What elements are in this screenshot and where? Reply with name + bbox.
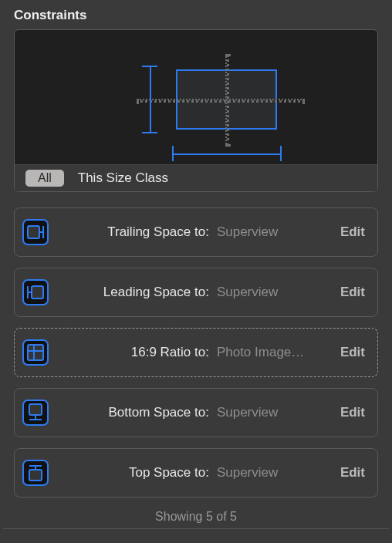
edit-button[interactable]: Edit — [339, 282, 367, 303]
constraint-target: Photo Image… — [217, 345, 339, 360]
constraint-label: 16:9 Ratio to: — [53, 345, 217, 360]
constraint-row[interactable]: Leading Space to:SuperviewEdit — [14, 268, 378, 317]
constraint-top-icon — [22, 460, 49, 486]
preview-ruler — [150, 66, 151, 133]
svg-rect-1 — [28, 226, 39, 238]
constraint-target: Superview — [217, 224, 339, 240]
filter-all-button[interactable]: All — [25, 170, 64, 187]
svg-rect-13 — [29, 404, 42, 415]
footer-status: Showing 5 of 5 — [0, 497, 392, 528]
constraint-target: Superview — [217, 405, 339, 420]
edit-button[interactable]: Edit — [339, 462, 367, 484]
constraint-label: Bottom Space to: — [53, 405, 217, 420]
preview-ruler-cap — [142, 132, 157, 133]
edit-button[interactable]: Edit — [339, 221, 367, 243]
constraint-label: Leading Space to: — [53, 285, 217, 300]
constraint-label: Top Space to: — [53, 465, 217, 481]
edit-button[interactable]: Edit — [339, 402, 367, 423]
constraint-label: Trailing Space to: — [53, 224, 217, 240]
filter-bar: All This Size Class — [15, 164, 377, 191]
constraint-row[interactable]: Bottom Space to:SuperviewEdit — [14, 388, 378, 437]
constraint-target: Superview — [217, 465, 339, 481]
constraint-ratio-icon — [22, 339, 49, 366]
preview-ruler-cap — [142, 66, 157, 67]
svg-rect-9 — [28, 345, 43, 360]
constraint-leading-icon — [22, 279, 49, 305]
constraint-row[interactable]: Trailing Space to:SuperviewEdit — [14, 207, 378, 257]
preview-ruler-cap — [280, 146, 282, 161]
section-title: Constraints — [0, 5, 392, 29]
filter-size-class[interactable]: This Size Class — [78, 170, 168, 186]
svg-rect-5 — [32, 286, 43, 298]
constraint-bottom-icon — [22, 400, 49, 426]
preview-guideline — [225, 54, 229, 147]
preview-guideline — [137, 99, 305, 103]
preview-canvas — [15, 30, 377, 164]
constraints-preview: All This Size Class — [14, 29, 378, 192]
constraint-row[interactable]: Top Space to:SuperviewEdit — [14, 448, 378, 497]
constraint-trailing-icon — [22, 219, 49, 245]
svg-rect-19 — [29, 470, 42, 481]
preview-ruler — [172, 153, 282, 155]
edit-button[interactable]: Edit — [339, 342, 367, 363]
divider — [3, 528, 389, 529]
preview-ruler-cap — [172, 146, 174, 161]
constraints-list: Trailing Space to:SuperviewEdit Leading … — [0, 198, 392, 497]
constraint-row[interactable]: 16:9 Ratio to:Photo Image…Edit — [14, 328, 378, 377]
constraint-target: Superview — [217, 285, 339, 300]
filter-segmented: All — [25, 170, 64, 187]
